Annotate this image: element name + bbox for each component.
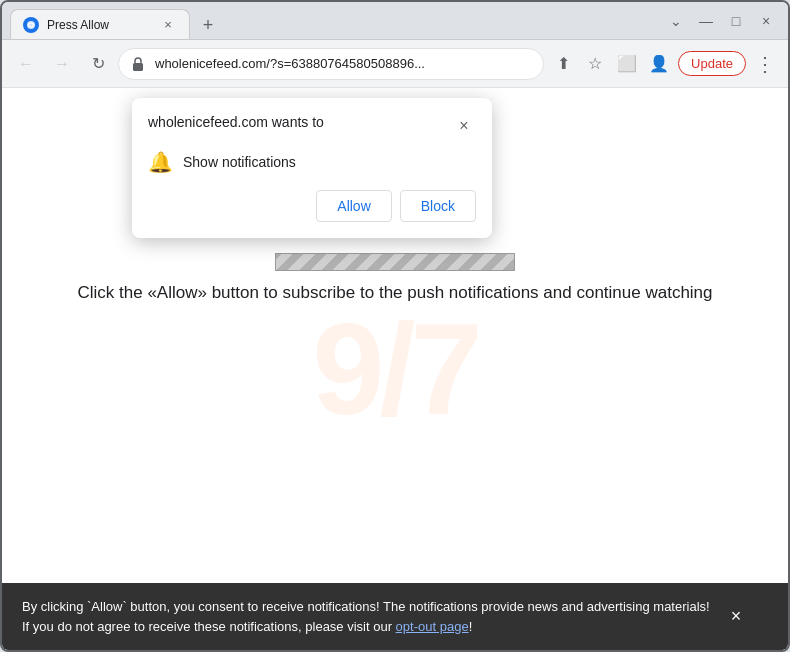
refresh-button[interactable]: ↻ — [82, 48, 114, 80]
watermark: 9/7 — [312, 294, 478, 444]
svg-rect-1 — [133, 63, 143, 71]
new-tab-button[interactable]: + — [194, 11, 222, 39]
bell-icon: 🔔 — [148, 150, 173, 174]
url-text: wholenicefeed.com/?s=63880764580508896..… — [155, 56, 531, 71]
page-content: 9/7 wholenicefeed.com wants to × 🔔 Show … — [2, 88, 788, 650]
allow-button[interactable]: Allow — [316, 190, 391, 222]
popup-notification-row: 🔔 Show notifications — [148, 150, 476, 174]
menu-button[interactable]: ⋮ — [750, 49, 780, 79]
notification-popup: wholenicefeed.com wants to × 🔔 Show noti… — [132, 98, 492, 238]
active-tab[interactable]: Press Allow × — [10, 9, 190, 39]
minimize-button[interactable]: — — [692, 7, 720, 35]
tab-close-button[interactable]: × — [159, 16, 177, 34]
title-bar: Press Allow × + ⌄ — □ × — [2, 2, 788, 40]
popup-buttons: Allow Block — [148, 190, 476, 222]
popup-notification-text: Show notifications — [183, 154, 296, 170]
block-button[interactable]: Block — [400, 190, 476, 222]
account-button[interactable]: 👤 — [644, 49, 674, 79]
popup-title: wholenicefeed.com wants to — [148, 114, 324, 130]
banner-close-button[interactable]: × — [724, 605, 748, 629]
tab-favicon — [23, 17, 39, 33]
banner-text: By clicking `Allow` button, you consent … — [22, 597, 712, 636]
update-button[interactable]: Update — [678, 51, 746, 76]
bottom-banner: By clicking `Allow` button, you consent … — [2, 583, 788, 650]
share-button[interactable]: ⬆ — [548, 49, 578, 79]
close-button[interactable]: × — [752, 7, 780, 35]
opt-out-link[interactable]: opt-out page — [396, 619, 469, 634]
progress-bar-striped — [275, 253, 515, 271]
address-bar-row: ← → ↻ wholenicefeed.com/?s=6388076458050… — [2, 40, 788, 88]
popup-header: wholenicefeed.com wants to × — [148, 114, 476, 138]
forward-button[interactable]: → — [46, 48, 78, 80]
tab-area: Press Allow × + — [10, 2, 650, 39]
instruction-text: Click the «Allow» button to subscribe to… — [2, 283, 788, 303]
lock-icon — [131, 56, 147, 72]
maximize-button[interactable]: □ — [722, 7, 750, 35]
progress-bar — [275, 253, 515, 271]
tab-title: Press Allow — [47, 18, 151, 32]
address-actions: ⬆ ☆ ⬜ 👤 — [548, 49, 674, 79]
instruction-label: Click the «Allow» button to subscribe to… — [77, 283, 712, 302]
popup-close-button[interactable]: × — [452, 114, 476, 138]
address-bar[interactable]: wholenicefeed.com/?s=63880764580508896..… — [118, 48, 544, 80]
banner-text-after: ! — [469, 619, 473, 634]
browser-window: Press Allow × + ⌄ — □ × ← → ↻ wholenicef… — [0, 0, 790, 652]
banner-text-before: By clicking `Allow` button, you consent … — [22, 599, 710, 634]
bookmark-button[interactable]: ☆ — [580, 49, 610, 79]
window-controls: ⌄ — □ × — [662, 7, 780, 35]
back-button[interactable]: ← — [10, 48, 42, 80]
chevron-down-button[interactable]: ⌄ — [662, 7, 690, 35]
extensions-button[interactable]: ⬜ — [612, 49, 642, 79]
